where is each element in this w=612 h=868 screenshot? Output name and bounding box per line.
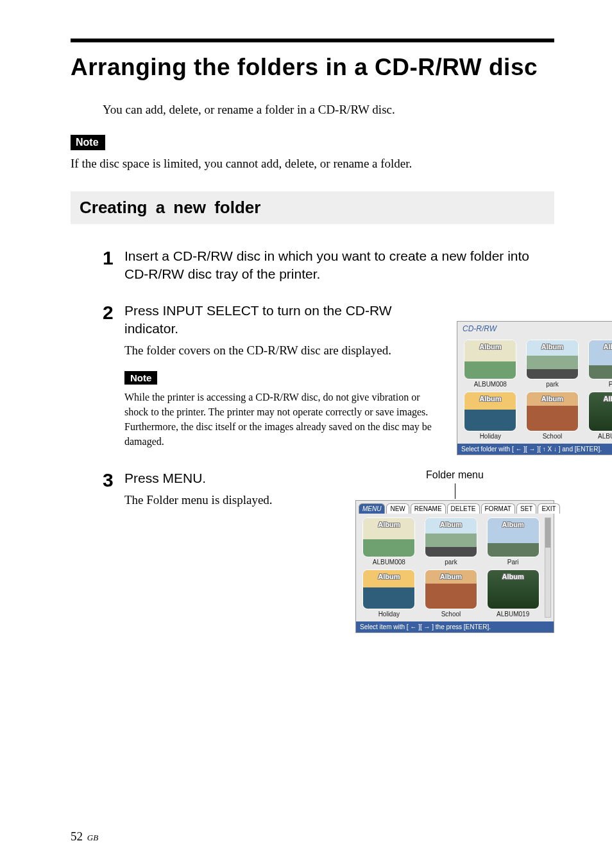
folder-thumbnail: Album xyxy=(464,340,516,379)
folder-caption: Pari xyxy=(585,379,612,388)
folder-thumbnail: Album xyxy=(487,569,540,609)
album-overlay: Album xyxy=(425,573,477,580)
folder-thumbnail: Album xyxy=(464,392,516,431)
step-3: 3 Press MENU. The Folder menu is display… xyxy=(103,469,554,633)
album-overlay: Album xyxy=(363,573,414,580)
folder-thumbnail: Album xyxy=(425,517,477,557)
note-text: While the printer is accessing a CD-R/RW… xyxy=(124,390,445,449)
folder-item[interactable]: Album park xyxy=(422,517,480,566)
note-label: Note xyxy=(124,371,157,385)
step-number: 3 xyxy=(103,469,124,633)
folder-item[interactable]: Album ALBUM008 xyxy=(461,340,520,388)
top-rule xyxy=(71,39,554,42)
folder-grid: Album ALBUM008 Album park Album Pari xyxy=(356,514,554,621)
folder-item[interactable]: Album park xyxy=(523,340,582,388)
step-lead: Press MENU. xyxy=(124,469,343,487)
folder-grid: Album ALBUM008 Album park Album Pari A xyxy=(457,336,612,444)
folder-thumbnail: Album xyxy=(526,392,579,431)
folder-item[interactable]: Album Holiday xyxy=(360,569,418,618)
folder-caption: ALBUM008 xyxy=(360,557,418,566)
folder-thumbnail: Album xyxy=(362,517,415,557)
screenshot-topbar: CD-R/RW xyxy=(457,322,612,336)
folder-item[interactable]: Album ALBUM008 xyxy=(360,517,418,566)
page-number: 52 GB xyxy=(71,829,98,844)
album-overlay: Album xyxy=(363,521,414,528)
step-body: Insert a CD-R/RW disc in which you want … xyxy=(124,247,554,288)
note-text: If the disc space is limited, you cannot… xyxy=(71,157,554,171)
step-lead: Press INPUT SELECT to turn on the CD-RW … xyxy=(124,302,445,338)
tab-delete[interactable]: DELETE xyxy=(447,503,480,514)
scrollbar-thumb[interactable] xyxy=(545,518,550,548)
folder-caption: ALBUM019 xyxy=(484,609,542,618)
tab-exit[interactable]: EXIT xyxy=(538,503,559,514)
page-lang: GB xyxy=(87,833,98,842)
screenshot-col: Folder menu MENU NEW RENAME DELETE FORMA… xyxy=(354,469,554,633)
folder-thumbnail: Album xyxy=(362,569,415,609)
folder-item[interactable]: Album School xyxy=(422,569,480,618)
tab-rename[interactable]: RENAME xyxy=(411,503,446,514)
album-overlay: Album xyxy=(589,343,612,351)
folder-caption: park xyxy=(523,379,582,388)
intro-text: You can add, delete, or rename a folder … xyxy=(103,103,554,117)
folder-item[interactable]: Album Holiday xyxy=(461,392,520,440)
album-overlay: Album xyxy=(464,343,516,351)
album-overlay: Album xyxy=(425,521,477,528)
folder-menu-caption: Folder menu xyxy=(355,469,554,481)
folder-menu-screenshot: MENU NEW RENAME DELETE FORMAT SET EXIT A… xyxy=(355,500,554,633)
folder-thumbnail: Album xyxy=(425,569,477,609)
tab-menu[interactable]: MENU xyxy=(359,503,385,514)
step-text-col: Press INPUT SELECT to turn on the CD-RW … xyxy=(124,302,445,449)
step-2: 2 Press INPUT SELECT to turn on the CD-R… xyxy=(103,302,554,455)
step-text-col: Press MENU. The Folder menu is displayed… xyxy=(124,469,343,509)
tab-set[interactable]: SET xyxy=(516,503,536,514)
folder-caption: park xyxy=(422,557,480,566)
screenshot-hint: Select item with [ ← ][ → ] the press [E… xyxy=(356,621,554,632)
section-heading: Creating a new folder xyxy=(71,191,554,224)
step-number: 1 xyxy=(103,247,124,288)
folder-caption: ALBUM008 xyxy=(461,379,520,388)
folder-thumbnail: Album xyxy=(487,517,540,557)
folder-item[interactable]: Album School xyxy=(523,392,582,440)
pointer-line xyxy=(355,483,554,499)
album-overlay: Album xyxy=(464,395,516,403)
page-number-value: 52 xyxy=(71,829,83,843)
menu-tabs: MENU NEW RENAME DELETE FORMAT SET EXIT xyxy=(356,501,554,514)
step-lead: Insert a CD-R/RW disc in which you want … xyxy=(124,247,554,284)
folder-caption: Pari xyxy=(484,557,542,566)
album-overlay: Album xyxy=(589,395,612,403)
folder-caption: Holiday xyxy=(360,609,418,618)
screenshot-hint: Select folder with [ ← ][ → ][ ↑ X ↓ ] a… xyxy=(457,444,612,455)
album-overlay: Album xyxy=(527,343,578,351)
page: Arranging the folders in a CD-R/RW disc … xyxy=(0,0,612,868)
folder-item[interactable]: Album ALBUM019 xyxy=(484,569,542,618)
folder-thumbnail: Album xyxy=(526,340,579,379)
step-number: 2 xyxy=(103,302,124,455)
folder-caption: ALBUM019 xyxy=(585,431,612,440)
folder-caption: School xyxy=(523,431,582,440)
folder-caption: School xyxy=(422,609,480,618)
screenshot-col: CD-R/RW Album ALBUM008 Album park xyxy=(457,302,612,455)
step-1: 1 Insert a CD-R/RW disc in which you wan… xyxy=(103,247,554,288)
album-overlay: Album xyxy=(488,521,539,528)
step-body: Press INPUT SELECT to turn on the CD-RW … xyxy=(124,302,612,455)
album-overlay: Album xyxy=(488,573,539,580)
folder-item[interactable]: Album Pari xyxy=(484,517,542,566)
tab-format[interactable]: FORMAT xyxy=(481,503,515,514)
folder-item[interactable]: Album Pari xyxy=(585,340,612,388)
folder-caption: Holiday xyxy=(461,431,520,440)
note-label: Note xyxy=(71,135,105,150)
media-label: CD-R/RW xyxy=(463,324,612,333)
step-follow: The Folder menu is displayed. xyxy=(124,491,343,509)
step-body: Press MENU. The Folder menu is displayed… xyxy=(124,469,554,633)
folder-thumbnail: Album xyxy=(588,340,612,379)
tab-new[interactable]: NEW xyxy=(386,503,409,514)
scrollbar[interactable] xyxy=(545,517,551,618)
page-title: Arranging the folders in a CD-R/RW disc xyxy=(71,54,554,81)
folder-list-screenshot: CD-R/RW Album ALBUM008 Album park xyxy=(457,321,612,455)
folder-item[interactable]: Album ALBUM019 xyxy=(585,392,612,440)
step-follow: The folder covers on the CD-R/RW disc ar… xyxy=(124,342,445,360)
album-overlay: Album xyxy=(527,395,578,403)
folder-thumbnail: Album xyxy=(588,392,612,431)
